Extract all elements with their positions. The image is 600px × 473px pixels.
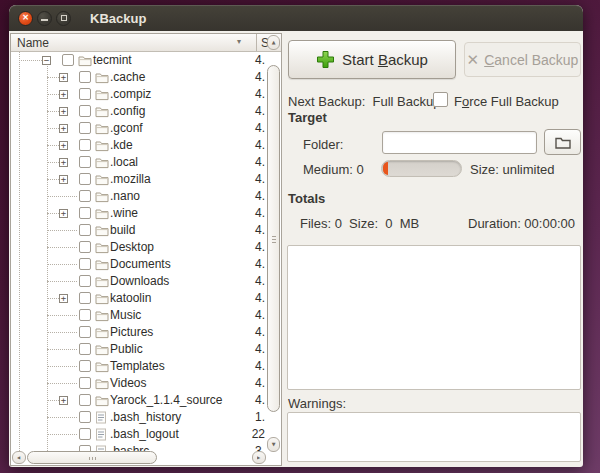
row-checkbox[interactable] <box>62 54 74 66</box>
expander-icon[interactable]: + <box>59 124 68 133</box>
medium-usage-meter <box>381 160 462 177</box>
item-size: 4. <box>255 393 265 407</box>
row-checkbox[interactable] <box>79 360 91 372</box>
folder-icon <box>95 343 109 356</box>
row-checkbox[interactable] <box>79 224 91 236</box>
tree-connector <box>47 264 77 265</box>
item-size: 4. <box>255 189 265 203</box>
vertical-scrollbar[interactable]: ▲ ▼ <box>267 35 280 452</box>
row-checkbox[interactable] <box>79 156 91 168</box>
expander-icon[interactable]: + <box>59 90 68 99</box>
item-name: Desktop <box>110 240 154 254</box>
tree-row[interactable]: +.compiz4. <box>11 86 281 103</box>
tree-row[interactable]: +.local4. <box>11 154 281 171</box>
tree-row[interactable]: Music4. <box>11 307 281 324</box>
expander-icon[interactable]: + <box>59 73 68 82</box>
folder-browse-button[interactable] <box>544 129 581 155</box>
expander-icon[interactable]: + <box>59 141 68 150</box>
tree-row[interactable]: +.config4. <box>11 103 281 120</box>
item-size: 22 <box>252 427 265 441</box>
tree-row[interactable]: +.cache4. <box>11 69 281 86</box>
row-checkbox[interactable] <box>79 105 91 117</box>
tree-row[interactable]: Desktop4. <box>11 239 281 256</box>
scroll-right-button[interactable]: ▶ <box>252 451 266 464</box>
maximize-button[interactable] <box>56 11 71 26</box>
row-checkbox[interactable] <box>79 292 91 304</box>
force-full-backup-label[interactable]: Force Full Backup <box>454 94 559 109</box>
expander-icon[interactable]: − <box>42 56 51 65</box>
tree-connector <box>47 145 59 146</box>
row-checkbox[interactable] <box>79 428 91 440</box>
expander-icon[interactable]: + <box>59 396 68 405</box>
column-header-name[interactable]: Name <box>17 36 49 50</box>
tree-row[interactable]: Documents4. <box>11 256 281 273</box>
target-heading: Target <box>288 110 327 125</box>
row-checkbox[interactable] <box>79 71 91 83</box>
close-button[interactable]: ✕ <box>18 11 33 26</box>
titlebar[interactable]: ✕ KBackup <box>9 5 583 31</box>
column-separator[interactable] <box>256 34 257 51</box>
row-checkbox[interactable] <box>79 411 91 423</box>
tree-row[interactable]: .nano4. <box>11 188 281 205</box>
scroll-left-icon: ◀ <box>17 455 20 460</box>
tree-row[interactable]: +.wine4. <box>11 205 281 222</box>
expander-icon[interactable]: + <box>59 209 68 218</box>
tree-row[interactable]: +Yarock_1.1.4_source4. <box>11 392 281 409</box>
row-checkbox[interactable] <box>79 88 91 100</box>
row-checkbox[interactable] <box>79 377 91 389</box>
tree-row[interactable]: Downloads4. <box>11 273 281 290</box>
tree-row[interactable]: .bash_logout22 <box>11 426 281 443</box>
folder-input[interactable] <box>382 131 537 154</box>
warnings-area[interactable] <box>287 412 581 462</box>
warnings-label: Warnings: <box>288 396 346 411</box>
tree-row[interactable]: Public4. <box>11 341 281 358</box>
progress-log-area[interactable] <box>287 245 581 390</box>
expander-icon[interactable]: + <box>59 175 68 184</box>
close-icon: ✕ <box>22 14 29 22</box>
row-checkbox[interactable] <box>79 122 91 134</box>
expander-icon[interactable]: + <box>59 158 68 167</box>
tree-row[interactable]: build4. <box>11 222 281 239</box>
tree-row[interactable]: .bashrc3. <box>11 443 281 451</box>
row-checkbox[interactable] <box>79 275 91 287</box>
cancel-backup-button[interactable]: ✕ Cancel Backup <box>464 42 581 77</box>
minimize-button[interactable] <box>37 11 52 26</box>
expander-icon[interactable]: + <box>59 107 68 116</box>
row-checkbox[interactable] <box>79 258 91 270</box>
vertical-scroll-thumb[interactable] <box>267 65 280 412</box>
scroll-left-button[interactable]: ◀ <box>12 451 26 464</box>
row-checkbox[interactable] <box>79 139 91 151</box>
tree-row[interactable]: Templates4. <box>11 358 281 375</box>
start-backup-button[interactable]: Start Backup <box>288 40 456 79</box>
tree-row[interactable]: +katoolin4. <box>11 290 281 307</box>
tree-row[interactable]: Pictures4. <box>11 324 281 341</box>
item-name: tecmint <box>93 53 132 67</box>
horizontal-scrollbar[interactable]: ◀ ▶ <box>12 451 266 464</box>
item-size: 4. <box>255 104 265 118</box>
file-icon <box>95 428 109 441</box>
tree-row[interactable]: Videos4. <box>11 375 281 392</box>
file-tree: Name ▾ Si −tecmint4.+.cache4.+.compiz4.+… <box>10 33 282 466</box>
folder-icon <box>95 258 109 271</box>
tree-row[interactable]: .bash_history1. <box>11 409 281 426</box>
row-checkbox[interactable] <box>79 394 91 406</box>
scroll-up-button[interactable]: ▲ <box>267 35 280 50</box>
row-checkbox[interactable] <box>79 309 91 321</box>
horizontal-scroll-thumb[interactable] <box>27 451 157 464</box>
tree-header[interactable]: Name ▾ Si <box>11 34 281 52</box>
tree-row[interactable]: +.mozilla4. <box>11 171 281 188</box>
tree-row[interactable]: +.kde4. <box>11 137 281 154</box>
row-checkbox[interactable] <box>79 343 91 355</box>
row-checkbox[interactable] <box>79 207 91 219</box>
tree-row[interactable]: −tecmint4. <box>11 52 281 69</box>
force-full-backup-checkbox[interactable] <box>433 92 448 107</box>
row-checkbox[interactable] <box>79 190 91 202</box>
row-checkbox[interactable] <box>79 241 91 253</box>
row-checkbox[interactable] <box>79 173 91 185</box>
expander-icon[interactable]: + <box>59 294 68 303</box>
row-checkbox[interactable] <box>79 326 91 338</box>
item-size: 4. <box>255 70 265 84</box>
folder-icon <box>95 207 109 220</box>
scroll-down-button[interactable]: ▼ <box>267 437 280 452</box>
tree-row[interactable]: +.gconf4. <box>11 120 281 137</box>
